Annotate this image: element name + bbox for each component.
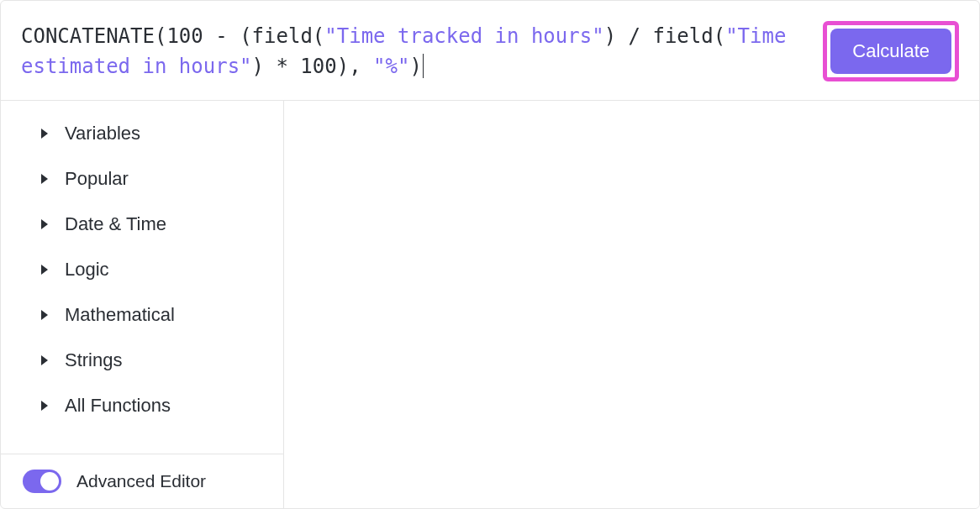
formula-token-paren: ) <box>409 55 421 78</box>
formula-token-str: "%" <box>373 55 409 78</box>
category-item-logic[interactable]: Logic <box>1 247 283 292</box>
formula-token-str: "Time tracked in hours" <box>324 24 603 48</box>
formula-token-paren: ( <box>155 24 166 48</box>
category-label: All Functions <box>65 395 171 417</box>
caret-right-icon <box>41 355 48 365</box>
sidebar-footer: Advanced Editor <box>1 454 283 508</box>
formula-token-paren: ( <box>240 24 251 48</box>
category-label: Strings <box>65 349 122 371</box>
category-item-strings[interactable]: Strings <box>1 338 283 383</box>
caret-right-icon <box>41 401 48 411</box>
category-label: Popular <box>65 168 129 190</box>
formula-token-op: - <box>203 24 240 48</box>
category-item-mathematical[interactable]: Mathematical <box>1 292 283 338</box>
main-area <box>284 101 979 508</box>
category-label: Logic <box>65 259 109 281</box>
formula-token-paren: ) <box>337 55 349 78</box>
formula-token-paren: ( <box>714 24 725 48</box>
formula-token-paren: ( <box>313 24 324 48</box>
advanced-editor-label: Advanced Editor <box>76 471 206 491</box>
category-item-variables[interactable]: Variables <box>1 111 283 156</box>
formula-input[interactable]: CONCATENATE(100 - (field("Time tracked i… <box>21 21 809 81</box>
formula-token-fn: field <box>252 24 313 48</box>
formula-token-paren: ) <box>252 55 264 78</box>
formula-token-num: 100 <box>166 24 203 48</box>
highlight-box: Calculate <box>823 21 959 81</box>
category-item-date-time[interactable]: Date & Time <box>1 202 283 247</box>
caret-right-icon <box>41 174 48 184</box>
category-label: Mathematical <box>65 304 175 326</box>
toggle-knob <box>40 472 59 491</box>
formula-token-paren: ) <box>604 24 616 48</box>
lower-panel: VariablesPopularDate & TimeLogicMathemat… <box>1 101 979 508</box>
advanced-editor-toggle[interactable] <box>23 470 61 493</box>
sidebar: VariablesPopularDate & TimeLogicMathemat… <box>1 101 284 508</box>
calculate-button[interactable]: Calculate <box>830 29 951 74</box>
text-cursor <box>423 54 424 78</box>
category-label: Date & Time <box>65 213 166 235</box>
formula-token-num: 100 <box>300 55 336 78</box>
caret-right-icon <box>41 310 48 320</box>
caret-right-icon <box>41 265 48 275</box>
formula-token-op: * <box>264 55 300 78</box>
category-item-popular[interactable]: Popular <box>1 156 283 202</box>
formula-bar: CONCATENATE(100 - (field("Time tracked i… <box>1 1 979 101</box>
category-item-all-functions[interactable]: All Functions <box>1 383 283 428</box>
formula-token-op: , <box>349 55 373 78</box>
caret-right-icon <box>41 129 48 139</box>
category-list: VariablesPopularDate & TimeLogicMathemat… <box>1 101 283 454</box>
caret-right-icon <box>41 219 48 229</box>
formula-token-op: / <box>616 24 652 48</box>
category-label: Variables <box>65 123 140 144</box>
formula-token-fn: CONCATENATE <box>21 24 155 48</box>
formula-token-fn: field <box>652 24 713 48</box>
